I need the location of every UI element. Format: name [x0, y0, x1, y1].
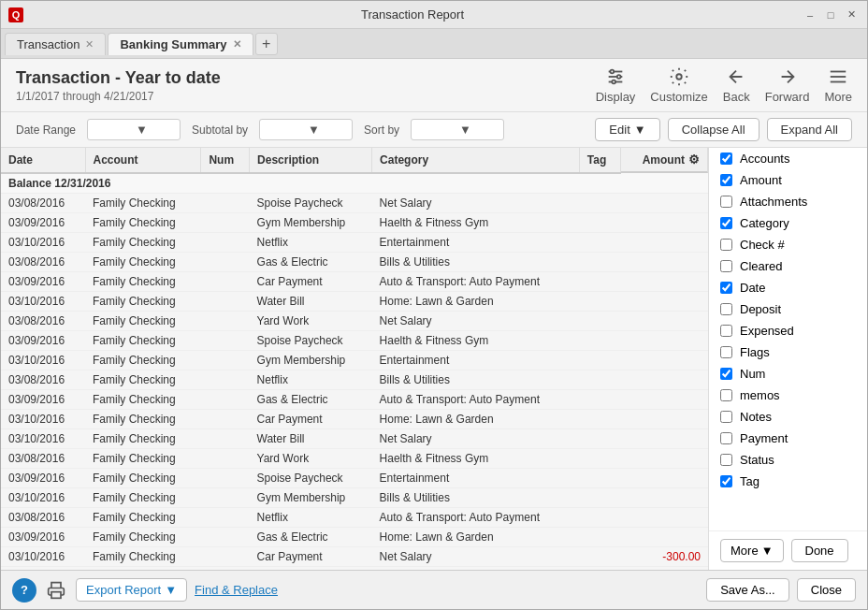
date-range-select[interactable]: ▼ — [87, 119, 181, 140]
table-row[interactable]: 03/09/2016 Family Checking Gym Membershi… — [1, 213, 708, 233]
table-row[interactable]: 03/10/2016 Family Checking Gym Membershi… — [1, 488, 708, 508]
cell-num — [201, 469, 250, 488]
table-row[interactable]: 03/08/2016 Family Checking Netflix Auto … — [1, 508, 708, 528]
maximize-button[interactable]: □ — [822, 7, 839, 23]
more-button[interactable]: More — [824, 66, 852, 104]
cell-date: 03/09/2016 — [1, 213, 85, 233]
col-item-num[interactable]: Num — [709, 363, 867, 385]
report-title: Transaction - Year to date — [16, 68, 221, 88]
forward-button[interactable]: Forward — [765, 66, 810, 104]
col-checkbox-category[interactable] — [720, 217, 732, 229]
tab-banking-summary-close[interactable]: ✕ — [233, 38, 241, 51]
col-checkbox-accounts[interactable] — [720, 152, 732, 165]
col-item-deposit[interactable]: Deposit — [709, 298, 867, 320]
col-item-tag[interactable]: Tag — [709, 471, 867, 492]
col-checkbox-deposit[interactable] — [720, 303, 732, 315]
col-item-flags[interactable]: Flags — [709, 341, 867, 363]
col-checkbox-attachments[interactable] — [720, 196, 732, 208]
col-item-amount[interactable]: Amount — [709, 169, 867, 191]
table-row[interactable]: 03/08/2016 Family Checking Yard Work Hae… — [1, 449, 708, 469]
cell-num — [201, 194, 250, 213]
table-row[interactable]: 03/10/2016 Family Checking Car Payment N… — [1, 547, 708, 567]
col-item-status[interactable]: Status — [709, 449, 867, 471]
col-item-memos[interactable]: memos — [709, 385, 867, 406]
cell-category: Haelth & Fitness Gym — [372, 331, 580, 351]
cell-account: Family Checking — [85, 233, 201, 253]
table-row[interactable]: 03/08/2016 Family Checking Spoise Payche… — [1, 194, 708, 213]
col-checkbox-check[interactable] — [720, 239, 732, 251]
save-as-button[interactable]: Save As... — [706, 578, 789, 602]
cell-tag — [579, 233, 620, 253]
cell-num — [201, 429, 250, 449]
table-row[interactable]: 03/10/2016 Family Checking Gym Membershi… — [1, 351, 708, 370]
table-row[interactable]: 03/10/2016 Family Checking Netflix Enter… — [1, 233, 708, 253]
cell-category: Net Salary — [372, 429, 580, 449]
close-button[interactable]: ✕ — [843, 7, 860, 23]
table-row[interactable]: 03/09/2016 Family Checking Gas & Electri… — [1, 390, 708, 410]
col-item-category[interactable]: Category — [709, 212, 867, 234]
minimize-button[interactable]: – — [802, 7, 818, 23]
table-row[interactable]: 03/08/2016 Family Checking Gas & Electri… — [1, 253, 708, 272]
column-selector-panel: Accounts Amount Attachments Category Che… — [708, 148, 867, 570]
col-label-tag: Tag — [740, 474, 760, 488]
col-checkbox-flags[interactable] — [720, 346, 732, 358]
export-report-button[interactable]: Export Report ▼ — [76, 578, 187, 602]
table-row[interactable]: 03/08/2016 Family Checking Netflix Bills… — [1, 370, 708, 390]
table-row[interactable]: 03/10/2016 Family Checking Water Bill Ne… — [1, 429, 708, 449]
date-range-arrow: ▼ — [136, 123, 174, 137]
col-description: Description — [250, 148, 372, 173]
col-checkbox-status[interactable] — [720, 454, 732, 466]
table-row[interactable]: 03/09/2016 Family Checking Gas & Electri… — [1, 528, 708, 547]
col-item-attachments[interactable]: Attachments — [709, 191, 867, 212]
column-settings-icon[interactable]: ⚙ — [688, 152, 700, 167]
table-row[interactable]: 03/09/2016 Family Checking Car Payment A… — [1, 272, 708, 292]
collapse-all-button[interactable]: Collapse All — [668, 118, 760, 141]
col-checkbox-amount[interactable] — [720, 174, 732, 186]
col-item-date[interactable]: Date — [709, 277, 867, 298]
sort-by-select[interactable]: ▼ — [411, 119, 504, 140]
col-checkbox-expensed[interactable] — [720, 325, 732, 337]
display-button[interactable]: Display — [596, 66, 636, 104]
col-checkbox-cleared[interactable] — [720, 260, 732, 272]
back-button[interactable]: Back — [723, 66, 750, 104]
tab-transaction[interactable]: Transaction ✕ — [5, 33, 106, 55]
table-row[interactable]: 03/09/2016 Family Checking Spoise Payche… — [1, 331, 708, 351]
table-row[interactable]: 03/08/2016 Family Checking Yard Work Net… — [1, 312, 708, 331]
more-columns-button[interactable]: More ▼ — [720, 539, 784, 562]
table-area[interactable]: Date Account Num Description Category Ta… — [1, 148, 708, 570]
cell-date: 03/10/2016 — [1, 292, 85, 312]
col-checkbox-payment[interactable] — [720, 432, 732, 444]
col-label-category: Category — [740, 216, 789, 230]
tab-transaction-label: Transaction — [17, 37, 80, 51]
table-row[interactable]: 03/10/2016 Family Checking Water Bill Ho… — [1, 292, 708, 312]
col-item-notes[interactable]: Notes — [709, 406, 867, 428]
col-checkbox-notes[interactable] — [720, 411, 732, 423]
table-row[interactable]: 03/10/2016 Family Checking Car Payment H… — [1, 410, 708, 429]
col-checkbox-date[interactable] — [720, 282, 732, 294]
cell-date: 03/08/2016 — [1, 194, 85, 213]
col-checkbox-num[interactable] — [720, 368, 732, 380]
col-item-check[interactable]: Check # — [709, 234, 867, 255]
find-replace-button[interactable]: Find & Replace — [195, 583, 278, 597]
customize-button[interactable]: Customize — [650, 66, 707, 104]
print-button[interactable] — [44, 578, 68, 603]
add-tab-button[interactable]: + — [255, 33, 278, 55]
col-item-accounts[interactable]: Accounts — [709, 148, 867, 169]
col-item-expensed[interactable]: Expensed — [709, 320, 867, 341]
subtotal-by-select[interactable]: ▼ — [259, 119, 353, 140]
cell-date: 03/08/2016 — [1, 508, 85, 528]
col-item-cleared[interactable]: Cleared — [709, 255, 867, 277]
col-checkbox-tag[interactable] — [720, 475, 732, 487]
help-button[interactable]: ? — [12, 578, 36, 603]
tab-transaction-close[interactable]: ✕ — [85, 38, 94, 51]
done-button[interactable]: Done — [791, 539, 848, 562]
close-report-button[interactable]: Close — [797, 578, 856, 602]
tab-bar: Transaction ✕ Banking Summary ✕ + — [1, 29, 867, 59]
edit-button[interactable]: Edit ▼ — [595, 118, 659, 141]
tab-banking-summary[interactable]: Banking Summary ✕ — [108, 33, 253, 55]
expand-all-button[interactable]: Expand All — [767, 118, 852, 141]
col-item-payment[interactable]: Payment — [709, 428, 867, 449]
export-arrow: ▼ — [165, 583, 177, 597]
table-row[interactable]: 03/09/2016 Family Checking Spoise Payche… — [1, 469, 708, 488]
col-checkbox-memos[interactable] — [720, 389, 732, 401]
